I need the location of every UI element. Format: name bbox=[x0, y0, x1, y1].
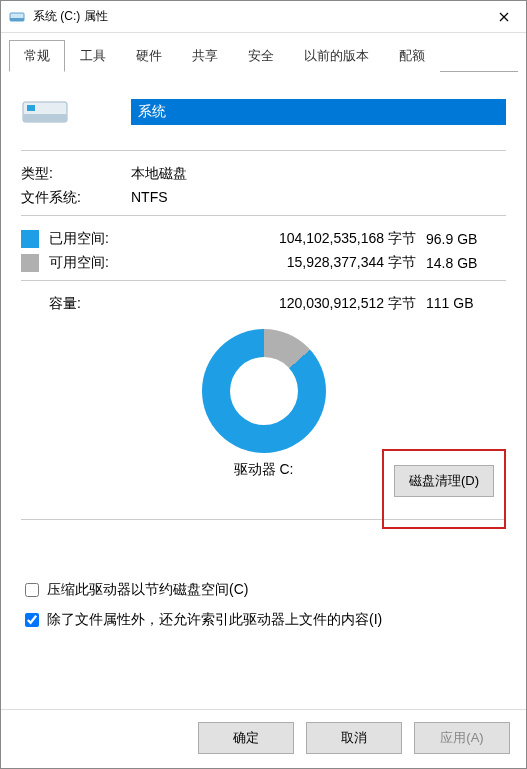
value-free-gb: 14.8 GB bbox=[426, 255, 506, 271]
drive-name-input[interactable] bbox=[131, 99, 506, 125]
index-checkbox[interactable] bbox=[25, 613, 39, 627]
tab-hardware[interactable]: 硬件 bbox=[121, 40, 177, 72]
index-label: 除了文件属性外，还允许索引此驱动器上文件的内容(I) bbox=[47, 611, 382, 629]
tab-strip: 常规 工具 硬件 共享 安全 以前的版本 配额 bbox=[9, 39, 518, 72]
window-title: 系统 (C:) 属性 bbox=[33, 8, 481, 25]
tab-security[interactable]: 安全 bbox=[233, 40, 289, 72]
drive-icon-small bbox=[9, 9, 25, 25]
compress-label: 压缩此驱动器以节约磁盘空间(C) bbox=[47, 581, 248, 599]
cancel-button[interactable]: 取消 bbox=[306, 722, 402, 754]
value-filesystem: NTFS bbox=[131, 189, 506, 207]
tab-quota[interactable]: 配额 bbox=[384, 40, 440, 72]
drive-caption: 驱动器 C: bbox=[202, 461, 326, 479]
value-free-bytes: 15,928,377,344 字节 bbox=[131, 254, 426, 272]
separator bbox=[21, 150, 506, 151]
value-type: 本地磁盘 bbox=[131, 165, 506, 183]
label-free: 可用空间: bbox=[49, 254, 131, 272]
properties-dialog: 系统 (C:) 属性 常规 工具 硬件 共享 安全 以前的版本 配额 bbox=[0, 0, 527, 769]
label-used: 已用空间: bbox=[49, 230, 131, 248]
tab-tools[interactable]: 工具 bbox=[65, 40, 121, 72]
value-capacity-gb: 111 GB bbox=[426, 295, 506, 313]
tab-general[interactable]: 常规 bbox=[9, 40, 65, 72]
svg-rect-4 bbox=[27, 105, 35, 111]
compress-checkbox-row[interactable]: 压缩此驱动器以节约磁盘空间(C) bbox=[21, 580, 506, 600]
free-color-swatch bbox=[21, 254, 39, 272]
usage-pie-chart bbox=[202, 329, 326, 453]
label-type: 类型: bbox=[21, 165, 131, 183]
ok-button[interactable]: 确定 bbox=[198, 722, 294, 754]
value-capacity-bytes: 120,030,912,512 字节 bbox=[131, 295, 426, 313]
label-filesystem: 文件系统: bbox=[21, 189, 131, 207]
highlight-box: 磁盘清理(D) bbox=[382, 449, 506, 529]
titlebar: 系统 (C:) 属性 bbox=[1, 1, 526, 33]
tab-sharing[interactable]: 共享 bbox=[177, 40, 233, 72]
disk-cleanup-button[interactable]: 磁盘清理(D) bbox=[394, 465, 494, 497]
tab-content-general: 类型: 本地磁盘 文件系统: NTFS 已用空间: 104,102,535,16… bbox=[1, 72, 526, 709]
value-used-bytes: 104,102,535,168 字节 bbox=[131, 230, 426, 248]
close-button[interactable] bbox=[481, 1, 526, 33]
separator bbox=[21, 280, 506, 281]
compress-checkbox[interactable] bbox=[25, 583, 39, 597]
value-used-gb: 96.9 GB bbox=[426, 231, 506, 247]
svg-rect-1 bbox=[10, 18, 24, 21]
svg-rect-3 bbox=[23, 114, 67, 122]
drive-icon bbox=[21, 94, 69, 130]
apply-button: 应用(A) bbox=[414, 722, 510, 754]
label-capacity: 容量: bbox=[21, 295, 131, 313]
separator bbox=[21, 215, 506, 216]
used-color-swatch bbox=[21, 230, 39, 248]
index-checkbox-row[interactable]: 除了文件属性外，还允许索引此驱动器上文件的内容(I) bbox=[21, 610, 506, 630]
tab-previous-versions[interactable]: 以前的版本 bbox=[289, 40, 384, 72]
dialog-footer: 确定 取消 应用(A) bbox=[1, 709, 526, 768]
